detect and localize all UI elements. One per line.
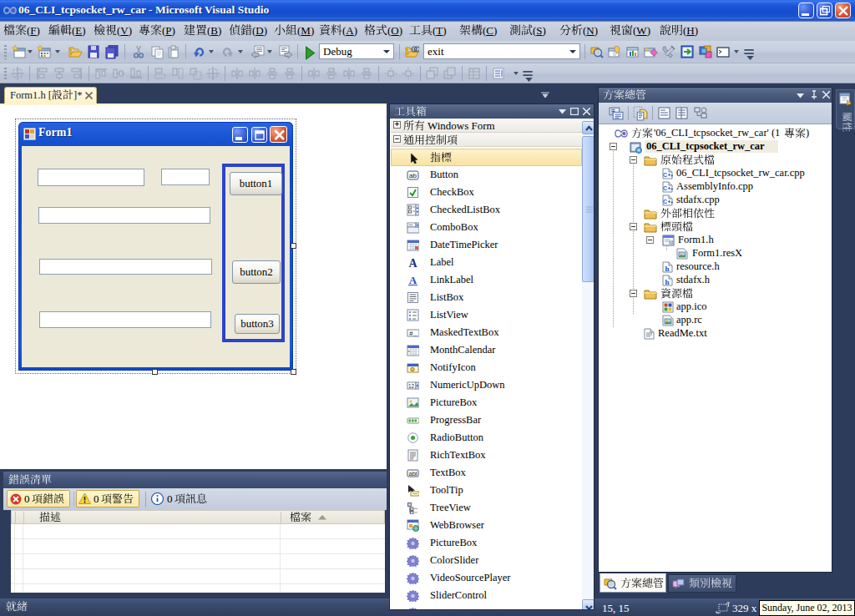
svg-text:h: h	[665, 278, 670, 286]
svg-text:h: h	[665, 265, 670, 273]
svg-text:C: C	[663, 199, 667, 204]
svg-text:A: A	[409, 274, 417, 286]
svg-text:A: A	[408, 257, 417, 269]
svg-text:#_: #_	[409, 330, 417, 337]
svg-text:C: C	[663, 185, 667, 191]
svg-text:12: 12	[408, 383, 415, 389]
svg-text:C: C	[663, 172, 667, 178]
svg-text:abl: abl	[408, 470, 417, 477]
svg-text:ab: ab	[409, 172, 417, 179]
